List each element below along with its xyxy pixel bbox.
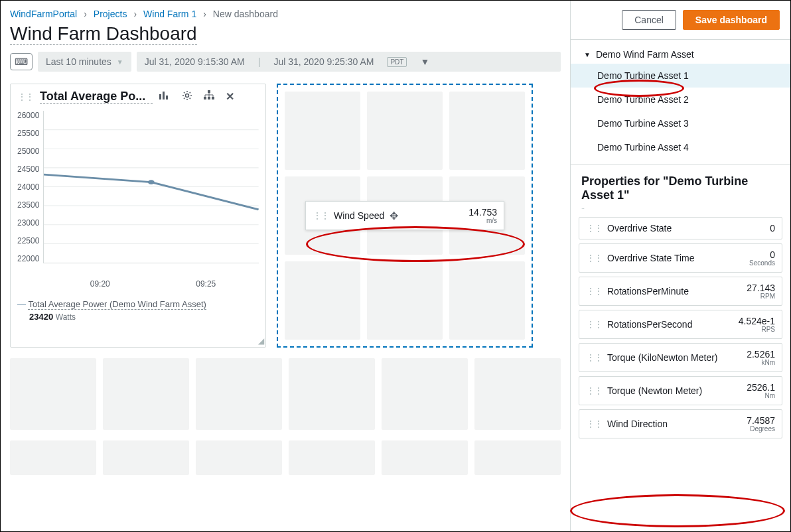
breadcrumb-link-projects[interactable]: Projects xyxy=(94,9,127,19)
chevron-right-icon: › xyxy=(133,9,137,19)
time-from: Jul 31, 2020 9:15:30 AM xyxy=(145,56,245,67)
drag-handle-icon[interactable]: ⋮⋮ xyxy=(586,419,602,429)
drop-cell[interactable] xyxy=(285,261,360,340)
grid-cell[interactable] xyxy=(382,440,468,475)
drag-handle-icon[interactable]: ⋮⋮ xyxy=(586,223,602,233)
tree-root[interactable]: ▼ Demo Wind Farm Asset xyxy=(571,45,790,64)
drag-handle-icon[interactable]: ⋮⋮ xyxy=(586,385,602,396)
legend-unit: Watts xyxy=(56,312,76,322)
property-row[interactable]: ⋮⋮ RotationsPerSecond 4.524e-1RPS xyxy=(579,310,782,339)
drop-cell[interactable] xyxy=(367,261,443,340)
drag-handle-icon[interactable]: ⋮⋮ xyxy=(586,319,602,330)
drag-handle-icon[interactable]: ⋮⋮ xyxy=(17,92,33,102)
dragging-property-chip[interactable]: ⋮⋮ Wind Speed ✥ 14.753 m/s xyxy=(305,201,504,230)
keyboard-icon[interactable]: ⌨ xyxy=(10,53,33,70)
svg-rect-5 xyxy=(204,97,206,100)
svg-rect-0 xyxy=(159,94,161,100)
tree-item-turbine-4[interactable]: Demo Turbine Asset 4 xyxy=(571,135,790,159)
page-title[interactable]: Wind Farm Dashboard xyxy=(10,23,197,45)
legend-series-name: Total Average Power (Demo Wind Farm Asse… xyxy=(28,299,206,310)
resize-handle-icon[interactable]: ◢ xyxy=(258,336,264,346)
tree-root-label: Demo Wind Farm Asset xyxy=(596,49,694,60)
drag-handle-icon[interactable]: ⋮⋮ xyxy=(586,352,602,363)
hierarchy-icon[interactable] xyxy=(203,90,215,103)
time-to: Jul 31, 2020 9:25:30 AM xyxy=(273,56,374,67)
time-range-selector[interactable]: Last 10 minutes ▼ xyxy=(38,52,131,72)
tree-item-turbine-2[interactable]: Demo Turbine Asset 2 xyxy=(571,88,790,111)
property-row[interactable]: ⋮⋮ Wind Direction 7.4587Degrees xyxy=(579,409,782,438)
legend-value: 23420 xyxy=(29,312,53,322)
properties-panel-title: Properties for "Demo Turbine Asset 1" xyxy=(571,165,790,205)
breadcrumb: WindFarmPortal › Projects › Wind Farm 1 … xyxy=(10,9,561,19)
grid-cell[interactable] xyxy=(196,358,282,430)
x-axis-labels: 09:20 09:25 xyxy=(47,279,259,289)
grid-cell[interactable] xyxy=(103,440,189,475)
breadcrumb-current: New dashboard xyxy=(213,9,278,19)
widget-title[interactable]: Total Average Po... xyxy=(40,90,153,104)
cancel-button[interactable]: Cancel xyxy=(622,10,676,30)
svg-rect-1 xyxy=(163,92,165,100)
breadcrumb-link-root[interactable]: WindFarmPortal xyxy=(10,9,77,19)
caret-down-icon: ▼ xyxy=(117,58,123,66)
grid-cell[interactable] xyxy=(103,358,189,430)
svg-point-3 xyxy=(186,94,189,98)
drag-handle-icon[interactable]: ⋮⋮ xyxy=(586,253,602,263)
chart: 26000 25500 25000 24500 24000 23500 2300… xyxy=(17,111,259,277)
chip-unit: m/s xyxy=(468,218,497,224)
grid-cell[interactable] xyxy=(10,440,96,475)
grid-cell[interactable] xyxy=(474,358,561,430)
drop-cell[interactable] xyxy=(285,92,360,170)
gear-icon[interactable] xyxy=(182,90,192,103)
drop-cell[interactable] xyxy=(449,92,525,170)
grid-cell[interactable] xyxy=(10,358,96,430)
drop-cell[interactable] xyxy=(367,92,443,170)
tree-item-turbine-1[interactable]: Demo Turbine Asset 1 xyxy=(571,64,790,88)
chart-type-icon[interactable] xyxy=(159,90,171,103)
chip-label: Wind Speed xyxy=(334,210,384,221)
close-icon[interactable]: ✕ xyxy=(226,90,234,103)
chevron-right-icon: › xyxy=(84,9,87,19)
chart-legend: — Total Average Power (Demo Wind Farm As… xyxy=(17,299,259,322)
asset-tree: ▼ Demo Wind Farm Asset Demo Turbine Asse… xyxy=(571,40,790,165)
property-row[interactable]: ⋮⋮ RotationsPerMinute 27.143RPM xyxy=(579,277,782,306)
property-row[interactable]: ⋮⋮ Torque (KiloNewton Meter) 2.5261kNm xyxy=(579,343,782,372)
grid-cell[interactable] xyxy=(382,358,468,430)
breadcrumb-link-windfarm[interactable]: Wind Farm 1 xyxy=(143,9,196,19)
widget-total-average-power[interactable]: ⋮⋮ Total Average Po... ✕ xyxy=(10,84,266,348)
drop-cell[interactable] xyxy=(449,261,525,340)
y-axis-labels: 26000 25500 25000 24500 24000 23500 2300… xyxy=(17,111,43,263)
property-row[interactable]: ⋮⋮ Overdrive State 0 xyxy=(579,217,782,239)
caret-down-icon: ▼ xyxy=(420,56,429,67)
timezone-badge: PDT xyxy=(387,57,407,67)
dashboard-dropzone[interactable]: ⋮⋮ Wind Speed ✥ 14.753 m/s xyxy=(277,84,533,348)
time-bar: ⌨ Last 10 minutes ▼ Jul 31, 2020 9:15:30… xyxy=(10,52,561,72)
chip-value: 14.753 xyxy=(468,207,497,218)
svg-rect-4 xyxy=(208,90,210,93)
svg-point-15 xyxy=(148,180,155,184)
property-row[interactable]: ⋮⋮ Torque (Newton Meter) 2526.1Nm xyxy=(579,376,782,405)
time-range-label: Last 10 minutes xyxy=(46,56,111,67)
time-range-display[interactable]: Jul 31, 2020 9:15:30 AM | Jul 31, 2020 9… xyxy=(137,52,561,72)
svg-rect-7 xyxy=(212,97,214,100)
drag-handle-icon[interactable]: ⋮⋮ xyxy=(586,286,602,297)
tree-item-turbine-3[interactable]: Demo Turbine Asset 3 xyxy=(571,111,790,135)
grid-cell[interactable] xyxy=(474,440,561,475)
save-dashboard-button[interactable]: Save dashboard xyxy=(683,10,780,30)
properties-list: ⋮⋮ Overdrive State 0 ⋮⋮ Overdrive State … xyxy=(571,212,790,531)
svg-rect-2 xyxy=(166,96,168,100)
grid-cell[interactable] xyxy=(289,440,375,475)
grid-cell[interactable] xyxy=(196,440,282,475)
grid-row xyxy=(10,440,561,475)
grid-row xyxy=(10,358,561,430)
caret-down-icon: ▼ xyxy=(584,51,591,58)
chevron-right-icon: › xyxy=(203,9,206,19)
move-cursor-icon: ✥ xyxy=(390,210,398,222)
plot-area xyxy=(43,111,259,263)
grid-cell[interactable] xyxy=(289,358,375,430)
property-row[interactable]: ⋮⋮ Overdrive State Time 0Seconds xyxy=(579,243,782,273)
svg-rect-6 xyxy=(208,97,210,100)
drag-handle-icon: ⋮⋮ xyxy=(313,210,328,221)
